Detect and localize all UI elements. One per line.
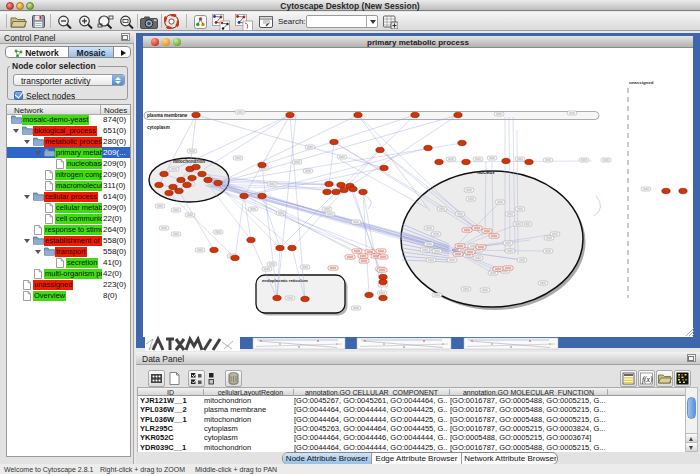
svg-text:nucleus: nucleus [477, 170, 495, 175]
svg-text:plasma membrane: plasma membrane [147, 113, 188, 118]
svg-text:mitochondrion: mitochondrion [173, 159, 205, 164]
svg-text:f(x): f(x) [642, 375, 653, 384]
svg-text:cytoplasm: cytoplasm [147, 125, 170, 130]
svg-text:unassigned: unassigned [629, 80, 654, 85]
